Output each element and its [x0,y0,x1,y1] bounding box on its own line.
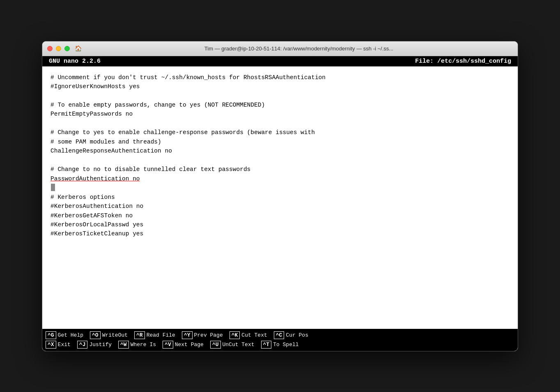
sb-item-uncuttext[interactable]: ^U UnCut Text [210,341,255,349]
statusbar-row-2: ^X Exit ^J Justify ^W Where Is ^V Next P… [42,340,518,349]
nano-header: GNU nano 2.2.6 File: /etc/ssh/sshd_confi… [42,56,518,66]
key-ctrl-o: ^O [90,331,101,339]
window-title: Tim — grader@ip-10-20-51-114: /var/www/m… [85,46,513,52]
sb-item-curpos[interactable]: ^C Cur Pos [274,331,308,339]
nano-version: GNU nano 2.2.6 [49,58,101,65]
label-uncut-text: UnCut Text [223,342,255,348]
cursor [51,184,55,191]
password-auth-line: PasswordAuthentication no [50,175,140,182]
label-where-is: Where Is [131,342,156,348]
label-justify: Justify [89,342,112,348]
label-cur-pos: Cur Pos [286,332,308,338]
label-writeout: WriteOut [102,332,128,338]
editor-text: # Uncomment if you don't trust ~/.ssh/kn… [50,73,510,239]
key-ctrl-y: ^Y [182,331,193,339]
sb-item-justify[interactable]: ^J Justify [77,341,112,349]
maximize-button[interactable] [64,46,70,51]
sb-item-gethelp[interactable]: ^G Get Help [46,331,83,339]
lock-icon: 🏠 [75,45,82,52]
sb-item-readfile[interactable]: ^R Read File [134,331,175,339]
label-to-spell: To Spell [273,342,298,348]
label-get-help: Get Help [58,332,83,338]
key-ctrl-w: ^W [118,341,129,349]
statusbar: ^G Get Help ^O WriteOut ^R Read File ^Y … [42,329,518,351]
traffic-lights [47,46,70,51]
key-ctrl-x: ^X [46,341,56,349]
sb-item-writeout[interactable]: ^O WriteOut [90,331,128,339]
key-ctrl-u: ^U [210,341,221,349]
sb-item-nextpage[interactable]: ^V Next Page [163,341,204,349]
nano-filename: File: /etc/ssh/sshd_config [415,58,511,65]
terminal-window: 🏠 Tim — grader@ip-10-20-51-114: /var/www… [42,41,518,351]
key-ctrl-c: ^C [274,331,285,339]
key-ctrl-t: ^T [261,341,272,349]
statusbar-row-1: ^G Get Help ^O WriteOut ^R Read File ^Y … [42,330,518,340]
sb-item-cuttext[interactable]: ^K Cut Text [230,331,267,339]
key-ctrl-j: ^J [77,341,88,349]
label-cut-text: Cut Text [241,332,267,338]
key-ctrl-k: ^K [230,331,240,339]
label-next-page: Next Page [175,342,204,348]
sb-item-whereis[interactable]: ^W Where Is [118,341,156,349]
sb-item-tospell[interactable]: ^T To Spell [261,341,299,349]
sb-item-prevpage[interactable]: ^Y Prev Page [182,331,223,339]
label-read-file: Read File [147,332,175,338]
key-ctrl-v: ^V [163,341,173,349]
minimize-button[interactable] [56,46,61,51]
editor-content[interactable]: # Uncomment if you don't trust ~/.ssh/kn… [42,66,518,329]
key-ctrl-r: ^R [134,331,145,339]
titlebar: 🏠 Tim — grader@ip-10-20-51-114: /var/www… [42,41,518,56]
close-button[interactable] [47,46,53,51]
key-ctrl-g: ^G [46,331,56,339]
label-exit: Exit [58,342,71,348]
label-prev-page: Prev Page [194,332,223,338]
sb-item-exit[interactable]: ^X Exit [46,341,71,349]
